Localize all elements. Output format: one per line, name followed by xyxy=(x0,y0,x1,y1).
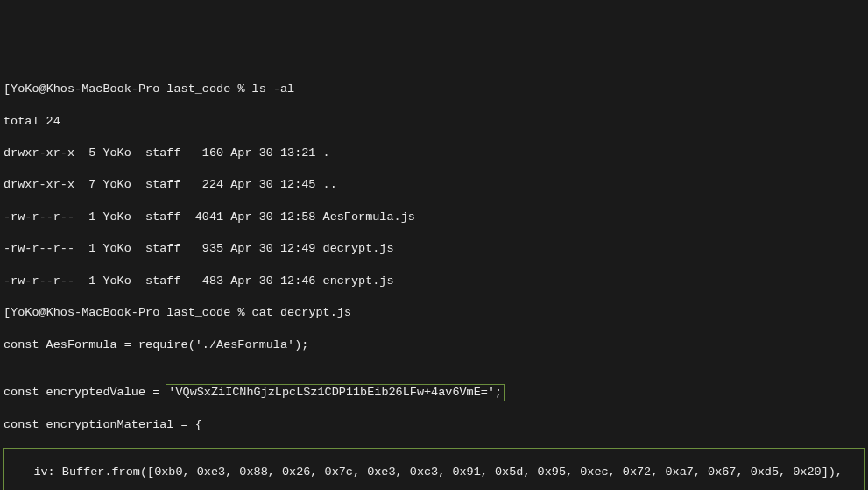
prompt-dir: last_code xyxy=(166,82,230,96)
prompt-user: YoKo xyxy=(11,306,39,319)
prompt-line: [YoKo@Khos-MacBook-Pro last_code % cat d… xyxy=(0,305,868,321)
ls-total: total 24 xyxy=(0,114,868,130)
encrypted-value-highlight: 'VQwSxZiICNhGjzLpcLSz1CDP11bEib26LFw+4av… xyxy=(166,385,504,401)
ls-entry: -rw-r--r-- 1 YoKo staff 935 Apr 30 12:49… xyxy=(0,241,868,257)
prompt-host: Khos-MacBook-Pro xyxy=(46,82,160,96)
ls-entry: -rw-r--r-- 1 YoKo staff 4041 Apr 30 12:5… xyxy=(0,209,868,225)
ls-entry: -rw-r--r-- 1 YoKo staff 483 Apr 30 12:46… xyxy=(0,273,868,289)
ls-entry: drwxr-xr-x 5 YoKo staff 160 Apr 30 13:21… xyxy=(0,146,868,161)
prompt-dir: last_code xyxy=(166,306,230,319)
encryption-material-highlight: iv: Buffer.from([0xb0, 0xe3, 0x88, 0x26,… xyxy=(4,449,864,490)
prompt-line: [YoKo@Khos-MacBook-Pro last_code % ls -a… xyxy=(0,82,868,97)
code-line: const AesFormula = require('./AesFormula… xyxy=(0,337,868,353)
command-ls: ls -al xyxy=(252,82,295,96)
prompt-user: YoKo xyxy=(11,82,39,96)
code-line: const encryptedValue = 'VQwSxZiICNhGjzLp… xyxy=(0,385,868,401)
terminal-output[interactable]: [YoKo@Khos-MacBook-Pro last_code % ls -a… xyxy=(0,64,868,490)
ls-entry: drwxr-xr-x 7 YoKo staff 224 Apr 30 12:45… xyxy=(0,177,868,193)
code-line: const encryptionMaterial = { xyxy=(0,417,868,433)
code-text: const encryptedValue = xyxy=(4,386,166,399)
command-cat: cat decrypt.js xyxy=(252,306,351,319)
prompt-symbol: % xyxy=(237,306,244,319)
code-line: iv: Buffer.from([0xb0, 0xe3, 0x88, 0x26,… xyxy=(5,465,863,480)
prompt-host: Khos-MacBook-Pro xyxy=(46,306,160,319)
prompt-symbol: % xyxy=(237,82,244,96)
